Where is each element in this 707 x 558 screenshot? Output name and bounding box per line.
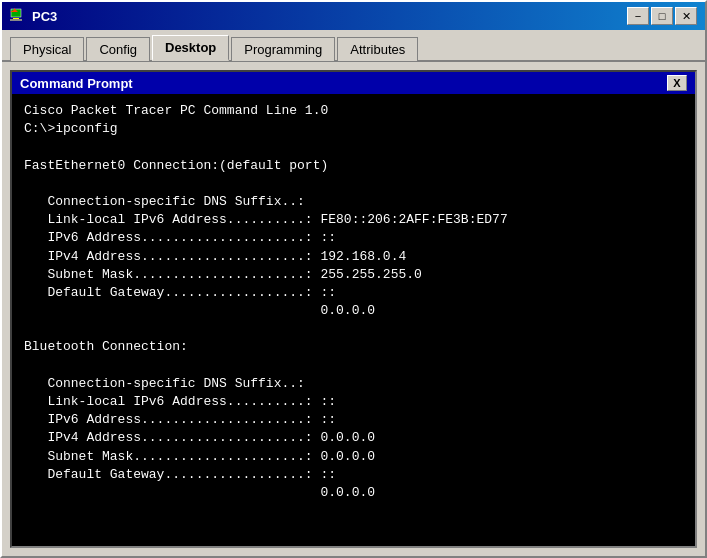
pc-icon — [10, 8, 26, 24]
title-buttons: − □ ✕ — [627, 7, 697, 25]
cmd-close-button[interactable]: X — [667, 75, 687, 91]
main-window: PC3 − □ ✕ Physical Config Desktop Progra… — [0, 0, 707, 558]
window-title: PC3 — [32, 9, 57, 24]
tab-config[interactable]: Config — [86, 37, 150, 61]
cmd-content[interactable]: Cisco Packet Tracer PC Command Line 1.0 … — [12, 94, 695, 546]
svg-rect-1 — [13, 18, 19, 19]
title-bar: PC3 − □ ✕ — [2, 2, 705, 30]
close-button[interactable]: ✕ — [675, 7, 697, 25]
tabs-bar: Physical Config Desktop Programming Attr… — [2, 30, 705, 62]
title-bar-left: PC3 — [10, 8, 57, 24]
cmd-title: Command Prompt — [20, 76, 133, 91]
tab-desktop[interactable]: Desktop — [152, 35, 229, 61]
cmd-title-bar: Command Prompt X — [12, 72, 695, 94]
window-body: Command Prompt X Cisco Packet Tracer PC … — [2, 62, 705, 556]
tab-programming[interactable]: Programming — [231, 37, 335, 61]
tab-attributes[interactable]: Attributes — [337, 37, 418, 61]
cmd-window: Command Prompt X Cisco Packet Tracer PC … — [10, 70, 697, 548]
minimize-button[interactable]: − — [627, 7, 649, 25]
maximize-button[interactable]: □ — [651, 7, 673, 25]
svg-rect-2 — [10, 19, 22, 21]
tab-physical[interactable]: Physical — [10, 37, 84, 61]
